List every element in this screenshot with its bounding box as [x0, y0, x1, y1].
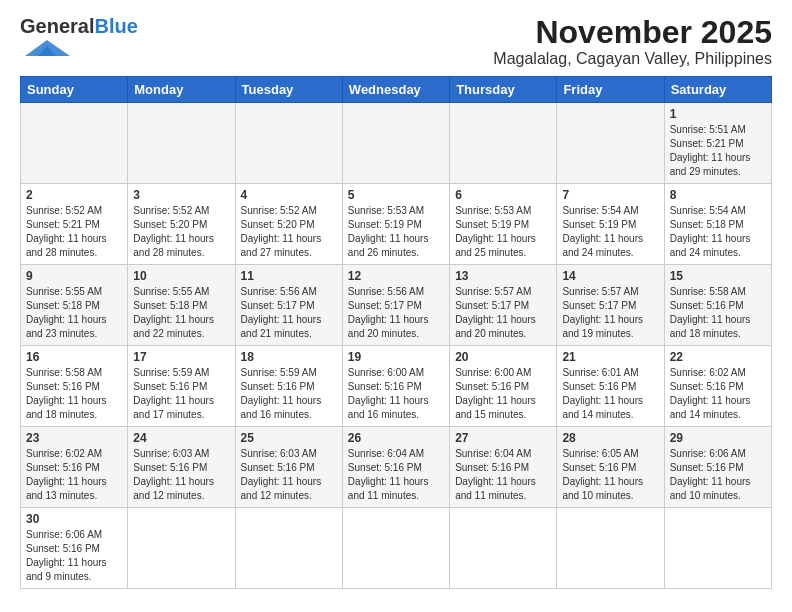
day-header-saturday: Saturday	[664, 77, 771, 103]
day-number: 19	[348, 350, 444, 364]
logo-blue: Blue	[94, 15, 137, 38]
day-number: 20	[455, 350, 551, 364]
day-number: 11	[241, 269, 337, 283]
calendar-cell	[235, 508, 342, 589]
day-info: Sunrise: 6:02 AM Sunset: 5:16 PM Dayligh…	[26, 447, 122, 503]
day-info: Sunrise: 5:54 AM Sunset: 5:18 PM Dayligh…	[670, 204, 766, 260]
week-row-3: 9Sunrise: 5:55 AM Sunset: 5:18 PM Daylig…	[21, 265, 772, 346]
calendar-cell: 23Sunrise: 6:02 AM Sunset: 5:16 PM Dayli…	[21, 427, 128, 508]
day-info: Sunrise: 6:00 AM Sunset: 5:16 PM Dayligh…	[348, 366, 444, 422]
day-info: Sunrise: 5:56 AM Sunset: 5:17 PM Dayligh…	[241, 285, 337, 341]
day-number: 21	[562, 350, 658, 364]
week-row-2: 2Sunrise: 5:52 AM Sunset: 5:21 PM Daylig…	[21, 184, 772, 265]
header-row: SundayMondayTuesdayWednesdayThursdayFrid…	[21, 77, 772, 103]
calendar-cell: 16Sunrise: 5:58 AM Sunset: 5:16 PM Dayli…	[21, 346, 128, 427]
calendar-cell: 12Sunrise: 5:56 AM Sunset: 5:17 PM Dayli…	[342, 265, 449, 346]
calendar-cell	[450, 103, 557, 184]
calendar-cell	[557, 508, 664, 589]
week-row-6: 30Sunrise: 6:06 AM Sunset: 5:16 PM Dayli…	[21, 508, 772, 589]
calendar-cell: 30Sunrise: 6:06 AM Sunset: 5:16 PM Dayli…	[21, 508, 128, 589]
logo-icon	[20, 38, 75, 60]
calendar-cell	[557, 103, 664, 184]
day-header-tuesday: Tuesday	[235, 77, 342, 103]
day-number: 9	[26, 269, 122, 283]
day-number: 13	[455, 269, 551, 283]
day-number: 12	[348, 269, 444, 283]
day-info: Sunrise: 5:55 AM Sunset: 5:18 PM Dayligh…	[26, 285, 122, 341]
day-info: Sunrise: 6:04 AM Sunset: 5:16 PM Dayligh…	[348, 447, 444, 503]
day-header-wednesday: Wednesday	[342, 77, 449, 103]
calendar-cell: 18Sunrise: 5:59 AM Sunset: 5:16 PM Dayli…	[235, 346, 342, 427]
day-number: 22	[670, 350, 766, 364]
calendar-cell	[450, 508, 557, 589]
day-info: Sunrise: 5:58 AM Sunset: 5:16 PM Dayligh…	[26, 366, 122, 422]
day-number: 16	[26, 350, 122, 364]
month-title: November 2025	[493, 15, 772, 50]
day-number: 15	[670, 269, 766, 283]
day-info: Sunrise: 5:54 AM Sunset: 5:19 PM Dayligh…	[562, 204, 658, 260]
calendar-cell: 11Sunrise: 5:56 AM Sunset: 5:17 PM Dayli…	[235, 265, 342, 346]
day-number: 10	[133, 269, 229, 283]
week-row-5: 23Sunrise: 6:02 AM Sunset: 5:16 PM Dayli…	[21, 427, 772, 508]
day-info: Sunrise: 5:52 AM Sunset: 5:20 PM Dayligh…	[133, 204, 229, 260]
day-number: 24	[133, 431, 229, 445]
calendar-cell: 28Sunrise: 6:05 AM Sunset: 5:16 PM Dayli…	[557, 427, 664, 508]
calendar-cell: 20Sunrise: 6:00 AM Sunset: 5:16 PM Dayli…	[450, 346, 557, 427]
day-number: 14	[562, 269, 658, 283]
day-info: Sunrise: 5:53 AM Sunset: 5:19 PM Dayligh…	[348, 204, 444, 260]
calendar-table: SundayMondayTuesdayWednesdayThursdayFrid…	[20, 76, 772, 589]
calendar-cell: 27Sunrise: 6:04 AM Sunset: 5:16 PM Dayli…	[450, 427, 557, 508]
day-header-sunday: Sunday	[21, 77, 128, 103]
calendar-cell: 24Sunrise: 6:03 AM Sunset: 5:16 PM Dayli…	[128, 427, 235, 508]
day-number: 25	[241, 431, 337, 445]
calendar-cell: 21Sunrise: 6:01 AM Sunset: 5:16 PM Dayli…	[557, 346, 664, 427]
calendar-cell: 13Sunrise: 5:57 AM Sunset: 5:17 PM Dayli…	[450, 265, 557, 346]
week-row-1: 1Sunrise: 5:51 AM Sunset: 5:21 PM Daylig…	[21, 103, 772, 184]
calendar-cell: 9Sunrise: 5:55 AM Sunset: 5:18 PM Daylig…	[21, 265, 128, 346]
day-info: Sunrise: 5:56 AM Sunset: 5:17 PM Dayligh…	[348, 285, 444, 341]
logo: General Blue	[20, 15, 138, 60]
calendar-cell	[235, 103, 342, 184]
day-info: Sunrise: 5:59 AM Sunset: 5:16 PM Dayligh…	[241, 366, 337, 422]
calendar-cell: 5Sunrise: 5:53 AM Sunset: 5:19 PM Daylig…	[342, 184, 449, 265]
day-info: Sunrise: 6:05 AM Sunset: 5:16 PM Dayligh…	[562, 447, 658, 503]
calendar-cell: 1Sunrise: 5:51 AM Sunset: 5:21 PM Daylig…	[664, 103, 771, 184]
day-info: Sunrise: 6:01 AM Sunset: 5:16 PM Dayligh…	[562, 366, 658, 422]
day-number: 26	[348, 431, 444, 445]
calendar-cell: 10Sunrise: 5:55 AM Sunset: 5:18 PM Dayli…	[128, 265, 235, 346]
day-header-thursday: Thursday	[450, 77, 557, 103]
day-info: Sunrise: 5:52 AM Sunset: 5:20 PM Dayligh…	[241, 204, 337, 260]
location-title: Magalalag, Cagayan Valley, Philippines	[493, 50, 772, 68]
day-number: 23	[26, 431, 122, 445]
calendar-cell: 6Sunrise: 5:53 AM Sunset: 5:19 PM Daylig…	[450, 184, 557, 265]
calendar-cell	[342, 508, 449, 589]
day-number: 29	[670, 431, 766, 445]
title-section: November 2025 Magalalag, Cagayan Valley,…	[493, 15, 772, 68]
calendar-cell	[128, 103, 235, 184]
day-info: Sunrise: 6:03 AM Sunset: 5:16 PM Dayligh…	[241, 447, 337, 503]
day-info: Sunrise: 5:59 AM Sunset: 5:16 PM Dayligh…	[133, 366, 229, 422]
calendar-cell: 7Sunrise: 5:54 AM Sunset: 5:19 PM Daylig…	[557, 184, 664, 265]
day-info: Sunrise: 6:06 AM Sunset: 5:16 PM Dayligh…	[670, 447, 766, 503]
day-number: 28	[562, 431, 658, 445]
calendar-cell: 15Sunrise: 5:58 AM Sunset: 5:16 PM Dayli…	[664, 265, 771, 346]
calendar-cell: 14Sunrise: 5:57 AM Sunset: 5:17 PM Dayli…	[557, 265, 664, 346]
calendar-cell: 4Sunrise: 5:52 AM Sunset: 5:20 PM Daylig…	[235, 184, 342, 265]
day-info: Sunrise: 6:02 AM Sunset: 5:16 PM Dayligh…	[670, 366, 766, 422]
day-number: 7	[562, 188, 658, 202]
day-info: Sunrise: 5:51 AM Sunset: 5:21 PM Dayligh…	[670, 123, 766, 179]
day-number: 27	[455, 431, 551, 445]
calendar-cell: 3Sunrise: 5:52 AM Sunset: 5:20 PM Daylig…	[128, 184, 235, 265]
calendar-cell: 17Sunrise: 5:59 AM Sunset: 5:16 PM Dayli…	[128, 346, 235, 427]
calendar-cell: 19Sunrise: 6:00 AM Sunset: 5:16 PM Dayli…	[342, 346, 449, 427]
day-info: Sunrise: 5:55 AM Sunset: 5:18 PM Dayligh…	[133, 285, 229, 341]
day-number: 3	[133, 188, 229, 202]
calendar-cell: 26Sunrise: 6:04 AM Sunset: 5:16 PM Dayli…	[342, 427, 449, 508]
day-number: 1	[670, 107, 766, 121]
day-number: 4	[241, 188, 337, 202]
calendar-cell: 25Sunrise: 6:03 AM Sunset: 5:16 PM Dayli…	[235, 427, 342, 508]
day-info: Sunrise: 6:06 AM Sunset: 5:16 PM Dayligh…	[26, 528, 122, 584]
day-info: Sunrise: 5:52 AM Sunset: 5:21 PM Dayligh…	[26, 204, 122, 260]
day-header-friday: Friday	[557, 77, 664, 103]
calendar-cell	[21, 103, 128, 184]
